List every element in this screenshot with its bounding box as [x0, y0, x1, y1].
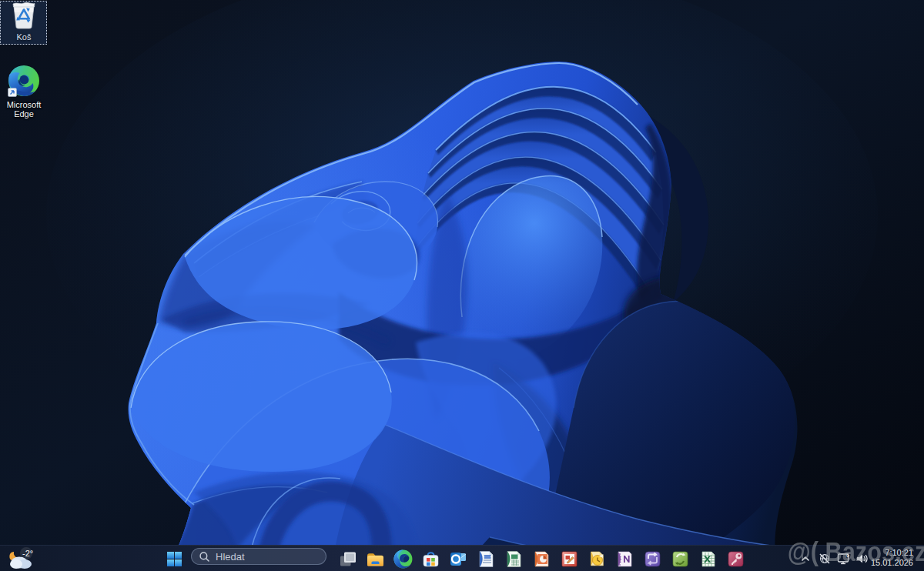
svg-text:-2°: -2° — [22, 549, 33, 558]
